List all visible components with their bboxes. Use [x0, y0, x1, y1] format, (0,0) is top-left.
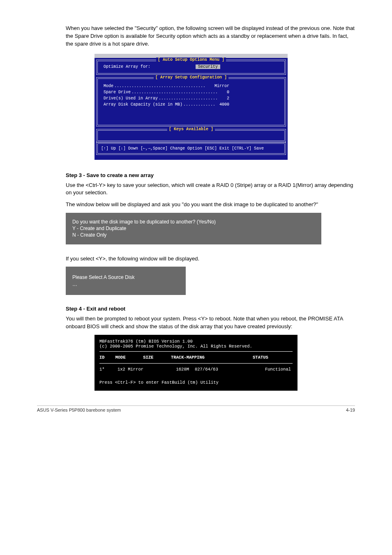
keys-available-legend: [ Keys Available ]	[167, 127, 215, 131]
banner-line: …	[72, 281, 179, 288]
col-mode: MODE	[115, 354, 143, 361]
cell-status: Functional	[242, 366, 293, 373]
cell-id: 1*	[99, 366, 118, 373]
step4-p1: You will then be prompted to reboot your…	[37, 315, 355, 331]
step3-p2: The window below will be displayed and a…	[37, 201, 355, 209]
bios-status-terminal: MBFastTrak376 (tm) BIOS Version 1.00 (c)…	[95, 335, 297, 391]
select-source-disk-banner: Please Select A Source Disk …	[66, 267, 186, 295]
duplicate-prompt-banner: Do you want the disk image to be duplica…	[66, 213, 321, 244]
banner-line: Y - Create and Duplicate	[72, 225, 315, 232]
auto-setup-options-box: [ Auto Setup Options Menu ] Optimize Arr…	[96, 60, 286, 75]
cell-track: 827/64/63	[195, 366, 242, 373]
intro-paragraph: When you have selected the "Security" op…	[37, 25, 355, 48]
cfg-label: Array Disk Capacity (size in MB)	[104, 102, 182, 107]
cell-size: 1628M	[164, 366, 195, 373]
cfg-label: Mode	[104, 84, 113, 88]
bios-panel: [ Auto Setup Options Menu ] Optimize Arr…	[95, 54, 288, 160]
table-row: 1* 1x2 Mirror 1628M 827/64/63 Functional	[99, 366, 293, 373]
optimize-value[interactable]: Security	[196, 64, 220, 69]
term-prompt: Press <Ctrl-F> to enter FastBuild (tm) U…	[99, 380, 293, 385]
cell-mode: 1x2 Mirror	[118, 366, 164, 373]
step4-heading: Step 4 - Exit and reboot	[37, 306, 355, 312]
col-track: TRACK-MAPPING	[171, 354, 253, 361]
cfg-value: 0	[227, 90, 229, 94]
array-status-table: ID MODE SIZE TRACK-MAPPING STATUS	[99, 354, 293, 361]
banner-line: Do you want the disk image to be duplica…	[72, 219, 315, 225]
banner-line: Please Select A Source Disk	[72, 274, 179, 281]
cfg-value: Mirror	[214, 84, 229, 88]
col-status: STATUS	[253, 354, 293, 361]
keys-available-box: [ Keys Available ]	[96, 129, 286, 142]
optimize-label: Optimize Array for:	[104, 64, 150, 69]
keys-line: [↑] Up [↓] Down [←,→,Space] Change Optio…	[101, 146, 281, 151]
term-line: (c) 2000-2005 Promise Technology, Inc. A…	[99, 344, 293, 349]
footer-right: 4-19	[346, 408, 355, 412]
step3-heading: Step 3 - Save to create a new array	[37, 172, 355, 178]
term-line: MBFastTrak376 (tm) BIOS Version 1.00	[99, 339, 293, 344]
divider	[99, 363, 293, 364]
cfg-value: 2	[227, 96, 229, 101]
col-size: SIZE	[143, 354, 171, 361]
page-footer: ASUS V-Series P5P800 barebone system 4-1…	[37, 405, 355, 412]
array-setup-config-legend: [ Array Setup Configuration ]	[154, 75, 228, 80]
banner-line: N - Create Only	[72, 232, 315, 238]
keys-line-box: [↑] Up [↓] Down [←,→,Space] Change Optio…	[96, 142, 286, 155]
col-id: ID	[99, 354, 115, 361]
cfg-label: Spare Drive	[104, 90, 131, 94]
divider	[99, 351, 293, 352]
auto-setup-options-legend: [ Auto Setup Options Menu ]	[156, 58, 226, 62]
cfg-label: Drive(s) Used in Array	[104, 96, 158, 101]
array-setup-config-box: [ Array Setup Configuration ] Mode .....…	[96, 77, 286, 127]
step3-p1: Use the <Ctrl-Y> key to save your select…	[37, 182, 355, 197]
after-banner1-text: If you select <Y>, the following window …	[37, 255, 355, 263]
cfg-value: 4000	[219, 102, 229, 107]
footer-left: ASUS V-Series P5P800 barebone system	[37, 408, 121, 412]
